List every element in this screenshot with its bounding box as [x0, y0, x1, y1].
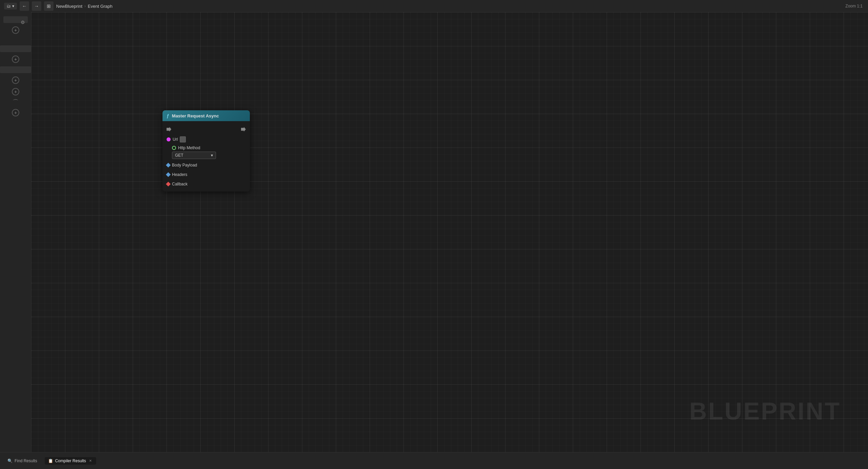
url-label: Url	[173, 137, 178, 142]
body-payload-row: Body Payload	[162, 160, 250, 170]
url-row: Url	[162, 135, 250, 144]
top-bar: 🗂 ▾ ← → ⊞ NewBlueprint › Event Graph Zoo…	[0, 0, 868, 12]
sidebar-bar-2	[0, 45, 31, 52]
breadcrumb-separator: ›	[84, 4, 86, 8]
dropdown-arrow: ▾	[12, 4, 14, 8]
node-header: ƒ Master Request Async	[162, 110, 250, 121]
settings-icon[interactable]: ⚙	[21, 20, 25, 25]
http-method-value: GET	[175, 153, 183, 158]
top-bar-left: 🗂 ▾ ← → ⊞ NewBlueprint › Event Graph	[4, 1, 112, 11]
nav-forward-button[interactable]: →	[32, 1, 41, 11]
master-request-async-node: ƒ Master Request Async Url Http Method	[162, 110, 250, 192]
node-title: Master Request Async	[172, 113, 219, 118]
bottom-bar: 🔍 Find Results 📋 Compiler Results ✕	[0, 452, 868, 469]
breadcrumb-parent[interactable]: NewBlueprint	[56, 4, 82, 9]
breadcrumb-child[interactable]: Event Graph	[88, 4, 112, 9]
nav-center-button[interactable]: ⊞	[44, 1, 53, 11]
blueprint-dropdown[interactable]: 🗂 ▾	[4, 3, 17, 9]
sidebar-add-btn-1[interactable]: +	[12, 26, 19, 34]
sidebar-add-btn-3[interactable]: +	[12, 76, 19, 84]
find-results-icon: 🔍	[7, 459, 13, 463]
zoom-label: Zoom 1:1	[845, 4, 863, 8]
nav-back-button[interactable]: ←	[20, 1, 29, 11]
headers-row: Headers	[162, 170, 250, 179]
body-payload-pin[interactable]	[166, 163, 171, 168]
exec-pin-out[interactable]	[241, 127, 246, 132]
dropdown-icon: 🗂	[7, 4, 11, 8]
headers-pin[interactable]	[166, 172, 171, 177]
node-body: Url Http Method GET ▾ Body Payload	[162, 121, 250, 192]
compiler-results-close[interactable]: ✕	[88, 459, 93, 463]
callback-pin[interactable]	[166, 182, 171, 186]
sidebar-add-btn-4[interactable]: +	[12, 88, 19, 95]
watermark: BLUEPRINT	[689, 397, 841, 425]
sidebar-add-btn-5[interactable]: +	[12, 109, 19, 116]
http-method-select[interactable]: GET ▾	[172, 152, 216, 159]
http-method-label: Http Method	[178, 146, 200, 150]
exec-row	[162, 124, 250, 135]
http-method-section: Http Method GET ▾	[162, 144, 250, 160]
headers-label: Headers	[172, 172, 187, 177]
url-input-box[interactable]	[180, 136, 186, 142]
exec-pin-in[interactable]	[167, 127, 171, 132]
url-pin[interactable]	[167, 137, 171, 141]
find-results-label: Find Results	[15, 459, 37, 463]
tab-find-results[interactable]: 🔍 Find Results	[4, 457, 41, 465]
callback-row: Callback	[162, 179, 250, 189]
callback-label: Callback	[172, 182, 188, 186]
node-function-icon: ƒ	[167, 113, 169, 118]
left-sidebar: ⚙ + + + + ⌒ +	[0, 12, 31, 452]
tab-compiler-results[interactable]: 📋 Compiler Results ✕	[45, 457, 96, 465]
sidebar-add-btn-2[interactable]: +	[12, 55, 19, 63]
breadcrumb: NewBlueprint › Event Graph	[56, 4, 112, 9]
compiler-results-icon: 📋	[48, 459, 53, 463]
http-method-dropdown-arrow: ▾	[211, 153, 213, 158]
compiler-results-label: Compiler Results	[55, 459, 86, 463]
sidebar-bar-3	[0, 66, 31, 73]
http-method-pin[interactable]	[172, 146, 176, 150]
graph-canvas[interactable]: ƒ Master Request Async Url Http Method	[31, 12, 868, 452]
body-payload-label: Body Payload	[172, 163, 197, 168]
